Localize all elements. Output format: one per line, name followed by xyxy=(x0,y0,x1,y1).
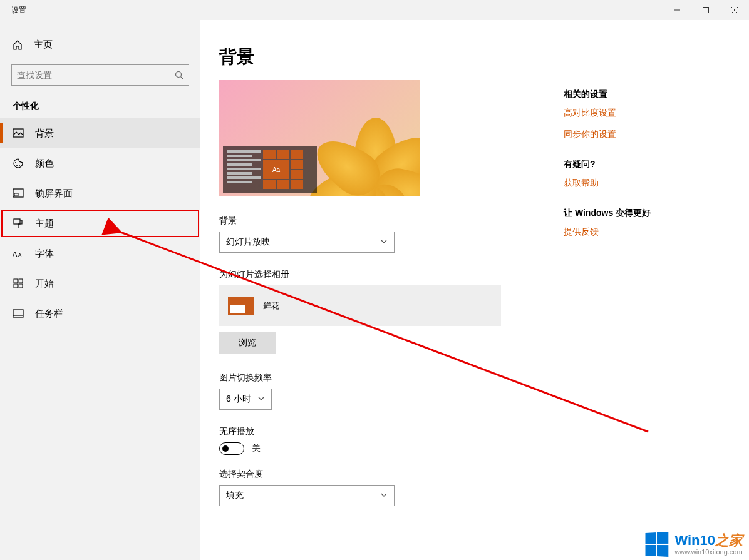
chevron-down-icon xyxy=(380,237,388,247)
album-selection[interactable]: 鲜花 xyxy=(219,285,501,326)
sidebar-item-label: 主题 xyxy=(35,218,54,230)
preview-aa-tile: Aa xyxy=(263,160,289,179)
sidebar: 主页 个性化 背景 颜色 锁屏界面 主题 AA 字体 开始 xyxy=(0,20,200,560)
font-icon: AA xyxy=(13,248,24,259)
album-name: 鲜花 xyxy=(263,300,279,312)
svg-rect-18 xyxy=(19,284,23,288)
picture-icon xyxy=(13,128,24,139)
sidebar-item-label: 字体 xyxy=(35,248,54,260)
sidebar-item-colors[interactable]: 颜色 xyxy=(0,148,200,178)
search-icon xyxy=(175,69,183,81)
background-type-dropdown[interactable]: 幻灯片放映 xyxy=(219,232,395,253)
watermark-brand: Win10 xyxy=(674,532,715,548)
home-label: 主页 xyxy=(34,39,53,51)
search-input-wrap[interactable] xyxy=(11,64,189,86)
window-controls xyxy=(663,0,749,20)
category-header: 个性化 xyxy=(0,86,200,118)
link-get-help[interactable]: 获取帮助 xyxy=(564,178,714,189)
shuffle-state: 关 xyxy=(252,443,261,454)
lockscreen-icon xyxy=(13,188,24,199)
dropdown-value: 幻灯片放映 xyxy=(226,237,270,248)
svg-rect-19 xyxy=(13,310,23,317)
svg-point-7 xyxy=(15,162,16,163)
watermark-url: www.win10xitong.com xyxy=(674,548,742,556)
shuffle-toggle[interactable] xyxy=(219,442,244,455)
sidebar-item-start[interactable]: 开始 xyxy=(0,268,200,298)
dropdown-value: 填充 xyxy=(226,490,244,501)
svg-rect-11 xyxy=(14,193,18,196)
sidebar-item-background[interactable]: 背景 xyxy=(0,118,200,148)
paint-icon xyxy=(13,218,24,229)
svg-rect-12 xyxy=(14,219,20,224)
sidebar-item-fonts[interactable]: AA 字体 xyxy=(0,238,200,268)
sidebar-item-label: 开始 xyxy=(35,278,54,290)
sidebar-item-lockscreen[interactable]: 锁屏界面 xyxy=(0,178,200,208)
sidebar-item-label: 背景 xyxy=(35,128,54,140)
background-preview: Aa xyxy=(219,80,420,196)
home-link[interactable]: 主页 xyxy=(0,33,200,57)
windows-logo-icon xyxy=(646,532,669,557)
sidebar-item-taskbar[interactable]: 任务栏 xyxy=(0,298,200,328)
titlebar: 设置 xyxy=(0,0,749,20)
sidebar-item-themes[interactable]: 主题 xyxy=(0,208,200,238)
interval-dropdown[interactable]: 6 小时 xyxy=(219,389,272,410)
dropdown-value: 6 小时 xyxy=(226,394,251,405)
preview-start-menu: Aa xyxy=(223,146,317,193)
svg-text:A: A xyxy=(18,252,22,258)
folder-icon xyxy=(228,297,254,315)
svg-rect-15 xyxy=(14,279,18,283)
browse-button[interactable]: 浏览 xyxy=(219,332,276,354)
fit-dropdown[interactable]: 填充 xyxy=(219,485,395,506)
interval-label: 图片切换频率 xyxy=(219,372,749,384)
close-button[interactable] xyxy=(720,0,749,20)
window-title: 设置 xyxy=(0,5,26,16)
watermark: Win10之家 www.win10xitong.com xyxy=(644,532,743,556)
svg-rect-1 xyxy=(703,8,709,13)
svg-line-5 xyxy=(181,77,183,79)
question-header: 有疑问? xyxy=(564,159,714,170)
maximize-button[interactable] xyxy=(691,0,720,20)
related-settings-header: 相关的设置 xyxy=(564,89,714,100)
chevron-down-icon xyxy=(257,394,265,404)
sidebar-item-label: 颜色 xyxy=(35,158,54,170)
minimize-button[interactable] xyxy=(663,0,691,20)
link-feedback[interactable]: 提供反馈 xyxy=(564,227,714,238)
fit-label: 选择契合度 xyxy=(219,469,749,480)
svg-text:A: A xyxy=(13,250,18,258)
start-icon xyxy=(13,278,24,289)
main-content: 背景 Aa xyxy=(200,20,749,560)
svg-point-8 xyxy=(16,165,18,166)
improve-header: 让 Windows 变得更好 xyxy=(564,208,714,219)
search-input[interactable] xyxy=(17,70,175,80)
sidebar-item-label: 锁屏界面 xyxy=(35,188,73,200)
album-label: 为幻灯片选择相册 xyxy=(219,269,749,280)
related-links: 相关的设置 高对比度设置 同步你的设置 有疑问? 获取帮助 让 Windows … xyxy=(564,59,714,248)
svg-point-9 xyxy=(19,165,20,166)
palette-icon xyxy=(13,158,24,169)
sidebar-item-label: 任务栏 xyxy=(35,308,63,320)
svg-rect-6 xyxy=(13,129,23,137)
link-high-contrast[interactable]: 高对比度设置 xyxy=(564,108,714,119)
home-icon xyxy=(13,40,23,50)
taskbar-icon xyxy=(13,308,24,319)
shuffle-label: 无序播放 xyxy=(219,426,749,437)
chevron-down-icon xyxy=(380,491,388,501)
svg-rect-16 xyxy=(19,279,23,283)
watermark-suffix: 之家 xyxy=(715,532,743,548)
svg-point-4 xyxy=(176,72,182,78)
svg-rect-17 xyxy=(14,284,18,288)
flower-decoration xyxy=(301,80,420,196)
link-sync-settings[interactable]: 同步你的设置 xyxy=(564,129,714,140)
